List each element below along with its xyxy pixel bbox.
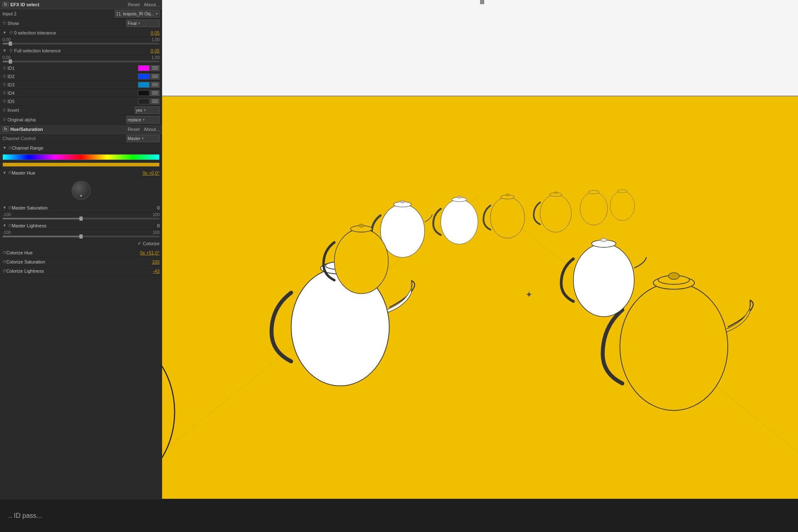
master-hue-knob[interactable] <box>71 181 91 200</box>
full-sel-tolerance-row: ▼ ⏱ Full selection tolerance 0,05 <box>0 46 162 55</box>
id1-color-swatch[interactable] <box>138 65 150 71</box>
id4-color-swatch[interactable] <box>138 90 150 96</box>
viewport-handle[interactable] <box>480 0 484 4</box>
channel-control-value[interactable]: Master ▼ <box>126 135 160 142</box>
colorize-sat-label: Colorize Saturation <box>6 259 152 264</box>
full-sel-slider[interactable] <box>2 61 160 62</box>
hue-sat-panel-header: fx Hue/Saturation Reset About... <box>0 125 162 134</box>
id3-color-swatch[interactable] <box>138 82 150 88</box>
id5-color-swatch[interactable] <box>138 99 150 104</box>
master-sat-collapse[interactable]: ▼ <box>2 205 7 210</box>
master-sat-slider-container: -100 100 <box>0 212 162 221</box>
teapot-bg-4 <box>610 190 635 220</box>
input2-dropdown[interactable]: 11. teapots_fR Obj... ▼ <box>115 10 160 17</box>
colorize-lightness-value[interactable]: -43 <box>153 268 160 273</box>
svg-point-32 <box>162 336 175 488</box>
svg-point-22 <box>580 192 608 225</box>
id1-clock: ⏱ <box>2 66 6 70</box>
id1-menu-button[interactable] <box>150 65 160 71</box>
id3-controls <box>138 82 160 88</box>
svg-point-28 <box>359 224 364 227</box>
colorize-label: Colorize <box>143 241 160 246</box>
full-sel-tolerance-slider-container: 0,00 1,00 <box>0 55 162 64</box>
hue-sat-about-button[interactable]: About... <box>144 127 160 132</box>
orig-alpha-value[interactable]: replace ▼ <box>126 116 160 123</box>
sel-tolerance-thumb[interactable] <box>9 42 12 46</box>
orig-alpha-dropdown[interactable]: replace ▼ <box>126 116 160 123</box>
svg-point-25 <box>618 190 628 192</box>
master-lightness-max: 100 <box>153 230 160 235</box>
id5-menu-line2 <box>152 101 158 101</box>
colorize-checkbox-area[interactable]: ✓ Colorize <box>138 241 160 246</box>
input2-label: Input 2 <box>2 11 115 16</box>
id5-menu-button[interactable] <box>150 99 160 104</box>
full-sel-thumb[interactable] <box>9 59 12 64</box>
channel-control-dropdown[interactable]: Master ▼ <box>126 135 160 142</box>
id2-menu-button[interactable] <box>150 74 160 79</box>
show-row: ⏱ Show Final ▼ <box>0 19 162 28</box>
master-lightness-row: ▼ ⏱ Master Lightness 0 <box>0 221 162 230</box>
master-lightness-value: 0 <box>157 223 160 228</box>
sel-tolerance-number[interactable]: 0,05 <box>151 30 160 35</box>
id1-menu-line1 <box>152 66 158 67</box>
colorize-checkmark: ✓ <box>138 241 141 246</box>
fx-icon: fx <box>2 2 9 7</box>
input2-value[interactable]: 11. teapots_fR Obj... ▼ <box>115 10 160 17</box>
show-value[interactable]: Final ▼ <box>126 20 160 27</box>
id2-clock: ⏱ <box>2 74 6 79</box>
master-sat-slider[interactable] <box>2 218 160 219</box>
svg-point-24 <box>610 191 635 221</box>
hue-sat-reset-button[interactable]: Reset <box>128 127 140 132</box>
id4-menu-button[interactable] <box>150 90 160 96</box>
full-sel-tolerance-collapse[interactable]: ▼ <box>2 48 7 53</box>
id4-clock: ⏱ <box>2 91 6 95</box>
master-hue-row: ▼ ⏱ Master Hue 0x +0,0° <box>0 168 162 177</box>
crosshair-symbol: ✦ <box>525 290 533 300</box>
master-lightness-label: Master Lightness <box>12 223 157 228</box>
sel-tolerance-collapse[interactable]: ▼ <box>2 30 7 35</box>
invert-arrow: ▼ <box>143 108 147 112</box>
channel-range-header[interactable]: ▼ ⏱ Channel Range <box>0 143 162 153</box>
invert-clock: ⏱ <box>2 108 6 112</box>
full-sel-tolerance-number[interactable]: 0,05 <box>151 48 160 53</box>
master-hue-collapse[interactable]: ▼ <box>2 170 7 175</box>
svg-point-9 <box>668 273 679 280</box>
master-sat-row: ▼ ⏱ Master Saturation 0 <box>0 203 162 212</box>
id5-menu-line1 <box>152 100 158 100</box>
master-lightness-min: -100 <box>2 230 11 235</box>
id3-row: ⏱ ID3 <box>0 81 162 89</box>
bottom-bar: .. ID pass... <box>0 499 798 532</box>
efx-reset-button[interactable]: Reset <box>128 2 140 7</box>
master-sat-max: 100 <box>153 212 160 217</box>
invert-value[interactable]: yes ▼ <box>135 106 160 114</box>
id2-menu-line3 <box>152 77 158 78</box>
id2-color-swatch[interactable] <box>138 74 150 79</box>
id3-menu-button[interactable] <box>150 82 160 88</box>
id4-label: ⏱ ID4 <box>2 91 138 96</box>
master-lightness-slider[interactable] <box>2 236 160 237</box>
master-hue-label: Master Hue <box>12 170 143 175</box>
master-lightness-thumb[interactable] <box>79 234 83 239</box>
invert-dropdown[interactable]: yes ▼ <box>135 106 160 114</box>
master-sat-fill <box>2 218 81 219</box>
channel-range-collapse[interactable]: ▼ <box>2 145 7 150</box>
id4-controls <box>138 90 160 96</box>
show-dropdown[interactable]: Final ▼ <box>126 20 160 27</box>
knob-container <box>0 177 162 203</box>
master-sat-thumb[interactable] <box>79 217 83 221</box>
colorize-sat-value[interactable]: 100 <box>152 259 160 264</box>
colorize-hue-label: Colorize Hue <box>6 250 140 255</box>
input2-arrow: ▼ <box>155 12 158 16</box>
colorize-hue-value[interactable]: 0x +51,0° <box>140 250 160 255</box>
efx-about-button[interactable]: About... <box>144 2 160 7</box>
id4-menu-line2 <box>152 93 158 93</box>
id5-label: ⏱ ID5 <box>2 99 138 104</box>
sel-tolerance-slider[interactable] <box>2 43 160 44</box>
sel-tolerance-labels: 0,00 1,00 <box>2 37 160 42</box>
svg-point-13 <box>441 200 478 244</box>
svg-point-18 <box>506 194 509 196</box>
full-sel-tolerance-label: ▼ ⏱ Full selection tolerance <box>2 48 151 53</box>
master-hue-value[interactable]: 0x +0,0° <box>143 170 160 175</box>
colorize-lightness-row: ⏱ Colorize Lightness -43 <box>0 266 162 276</box>
master-lightness-collapse[interactable]: ▼ <box>2 223 7 228</box>
